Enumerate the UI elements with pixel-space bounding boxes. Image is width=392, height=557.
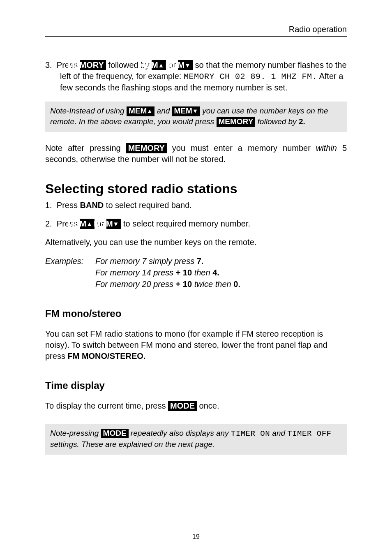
memory-button: MEMORY xyxy=(80,60,106,70)
triangle-up-icon: ▲ xyxy=(158,62,164,69)
timer-on-readout: TIMER ON xyxy=(231,429,270,438)
note2-t3: and xyxy=(270,429,287,437)
after-within: within xyxy=(316,143,337,153)
step-num: 3. xyxy=(45,60,52,69)
timer-off-readout: TIMER OFF xyxy=(287,429,331,438)
heading-time: Time display xyxy=(45,380,347,391)
note1-t4: followed by xyxy=(255,117,299,126)
mem-down-button: MEM▼ xyxy=(178,60,193,70)
note2-t1: Note-pressing xyxy=(50,429,101,437)
fm-body: You can set FM radio stations to mono (f… xyxy=(45,328,347,362)
sel-alt: Alternatively, you can use the number ke… xyxy=(45,237,347,248)
heading-selecting: Selecting stored radio stations xyxy=(45,181,347,196)
examples-block: Examples: For memory 7 simply press 7. F… xyxy=(45,255,347,290)
triangle-down-icon: ▼ xyxy=(184,62,191,69)
page-number: 19 xyxy=(0,533,392,541)
note2-t2: repeatedly also displays any xyxy=(129,429,231,437)
mode-button: MODE xyxy=(168,401,197,411)
after-t2: you must enter a memory number xyxy=(167,143,316,153)
heading-fm: FM mono/stereo xyxy=(45,308,347,319)
memory-button: MEMORY xyxy=(217,117,256,127)
header-title: Radio operation xyxy=(289,25,347,34)
l1-num: 1. xyxy=(45,201,52,210)
mode-button: MODE xyxy=(101,429,129,439)
sel-step-2: 2. Press MEM▲ or MEM▼ to select required… xyxy=(45,218,347,229)
examples-label: Examples: xyxy=(45,255,95,290)
note1-t1: Note-Instead of using xyxy=(50,106,127,115)
triangle-down-icon: ▼ xyxy=(192,108,198,114)
band-label: BAND xyxy=(80,201,104,210)
example-2: For memory 14 press + 10 then 4. xyxy=(95,267,347,278)
memory-button: MEMORY xyxy=(126,143,167,153)
triangle-down-icon: ▼ xyxy=(113,220,119,227)
triangle-up-icon: ▲ xyxy=(147,108,152,114)
after-note-paragraph: Note after pressing MEMORY you must ente… xyxy=(45,143,347,165)
note2-t4: settings. These are explained on the nex… xyxy=(50,440,214,448)
mem-up-button: MEM▲ xyxy=(127,106,154,116)
time-body: To display the current time, press MODE … xyxy=(45,400,347,411)
mem-up-button: MEM▲ xyxy=(152,60,166,70)
examples-body: For memory 7 simply press 7. For memory … xyxy=(95,255,347,290)
note1-t2: and xyxy=(154,106,172,115)
l1-b: to select required band. xyxy=(104,201,192,210)
time-t2: once. xyxy=(197,401,219,410)
page-header: Radio operation xyxy=(45,25,347,37)
note-box-2: Note-pressing MODE repeatedly also displ… xyxy=(45,424,347,455)
triangle-up-icon: ▲ xyxy=(86,220,92,227)
fm-mono-stereo-label: FM MONO/STEREO. xyxy=(67,351,145,361)
mem-down-button: MEM▼ xyxy=(172,106,200,116)
note1-two: 2. xyxy=(299,117,305,126)
display-readout: MEMORY CH 02 89. 1 MHZ FM. xyxy=(184,72,317,81)
note-box-1: Note-Instead of using MEM▲ and MEM▼ you … xyxy=(45,102,347,132)
time-t1: To display the current time, press xyxy=(45,401,168,410)
mem-up-button: MEM▲ xyxy=(80,219,95,229)
l1-a: Press xyxy=(57,201,80,210)
after-t1: Note after pressing xyxy=(45,143,126,153)
l2-c: to select required memory number. xyxy=(121,219,250,228)
l2-num: 2. xyxy=(45,219,52,228)
step-3: 3. Press MEMORY followed by MEM▲ or MEM▼… xyxy=(45,60,347,93)
sel-step-1: 1. Press BAND to select required band. xyxy=(45,200,347,211)
example-3: For memory 20 press + 10 twice then 0. xyxy=(95,278,347,290)
mem-down-button: MEM▼ xyxy=(106,219,121,229)
example-1: For memory 7 simply press 7. xyxy=(95,255,347,267)
